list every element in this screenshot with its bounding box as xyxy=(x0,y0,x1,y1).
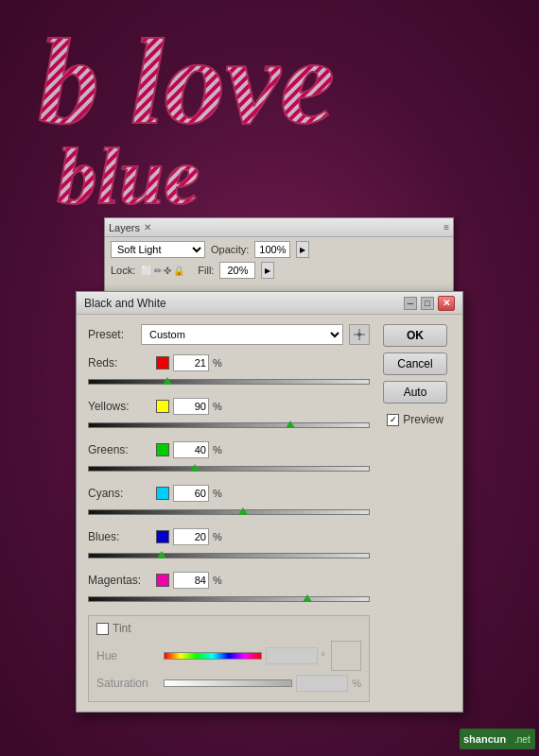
slider-swatch-3 xyxy=(156,487,169,500)
tint-color-swatch[interactable] xyxy=(331,641,361,671)
slider-value-input-5[interactable] xyxy=(173,572,209,589)
preview-checkbox[interactable]: ✓ xyxy=(387,414,399,426)
opacity-label: Opacity: xyxy=(211,244,249,255)
bw-right-panel: OK Cancel Auto ✓ Preview xyxy=(379,324,451,702)
slider-thumb-2 xyxy=(190,464,200,472)
slider-track-container-1 xyxy=(88,417,370,434)
tint-header-row: Tint xyxy=(96,622,361,635)
lock-transparent-icon[interactable]: ⬜ xyxy=(141,266,152,276)
tint-sat-slider[interactable] xyxy=(164,679,292,687)
tint-label: Tint xyxy=(113,622,131,635)
fill-label: Fill: xyxy=(198,265,214,276)
fill-arrow-btn[interactable]: ▶ xyxy=(261,262,274,279)
layers-controls: Soft Light Opacity: ▶ Lock: ⬜ ✏ ✜ 🔒 Fill… xyxy=(105,237,453,286)
slider-swatch-5 xyxy=(156,574,169,587)
slider-track-2[interactable] xyxy=(88,466,370,472)
bw-close-btn[interactable]: ✕ xyxy=(438,296,455,311)
slider-track-container-3 xyxy=(88,504,370,521)
tint-hue-label: Hue xyxy=(96,649,158,662)
lock-all-icon[interactable]: 🔒 xyxy=(173,266,184,276)
cancel-button[interactable]: Cancel xyxy=(383,352,447,375)
tint-hue-row: Hue ° xyxy=(96,641,361,671)
bw-body: Preset: Custom Reds: % xyxy=(77,315,462,712)
layers-panel-title: Layers xyxy=(109,222,140,233)
preset-select[interactable]: Custom xyxy=(141,324,343,345)
svg-text:b love: b love xyxy=(38,19,335,149)
dialog-minimize-btn[interactable]: ─ xyxy=(404,297,417,310)
slider-row-magentas: Magentas: % xyxy=(88,572,370,608)
tint-sat-label: Saturation xyxy=(96,677,158,690)
lock-brush-icon[interactable]: ✏ xyxy=(154,266,162,276)
slider-thumb-3 xyxy=(238,507,248,515)
slider-value-input-2[interactable] xyxy=(173,441,209,458)
slider-label-row: Yellows: % xyxy=(88,398,370,415)
slider-row-greens: Greens: % xyxy=(88,441,370,477)
slider-row-reds: Reds: % xyxy=(88,354,370,390)
tint-hue-slider[interactable] xyxy=(164,652,262,660)
preset-row: Preset: Custom xyxy=(88,324,370,345)
opacity-input[interactable] xyxy=(254,241,290,258)
slider-label-2: Greens: xyxy=(88,443,152,456)
lock-move-icon[interactable]: ✜ xyxy=(164,266,171,276)
slider-track-1[interactable] xyxy=(88,422,370,428)
fill-input[interactable] xyxy=(219,262,255,279)
slider-value-input-4[interactable] xyxy=(173,528,209,545)
svg-text:.net: .net xyxy=(514,734,530,745)
slider-thumb-1 xyxy=(286,421,295,428)
slider-label-3: Cyans: xyxy=(88,487,152,500)
auto-button[interactable]: Auto xyxy=(383,381,447,404)
bw-titlebar: Black and White ─ □ ✕ xyxy=(77,292,462,315)
slider-thumb-5 xyxy=(303,594,312,602)
tint-section: Tint Hue ° Saturation % xyxy=(88,615,370,702)
tint-checkbox[interactable] xyxy=(96,623,109,635)
slider-label-row: Cyans: % xyxy=(88,485,370,502)
slider-track-container-4 xyxy=(88,547,370,564)
slider-label-4: Blues: xyxy=(88,530,152,543)
slider-percent-4: % xyxy=(213,531,222,542)
slider-row-yellows: Yellows: % xyxy=(88,398,370,434)
slider-track-3[interactable] xyxy=(88,509,370,515)
svg-text:shancun: shancun xyxy=(463,733,507,745)
tint-sat-row: Saturation % xyxy=(96,675,361,692)
watermark: shancun .net xyxy=(460,729,535,752)
slider-row-blues: Blues: % xyxy=(88,528,370,564)
lock-label: Lock: xyxy=(111,265,135,276)
svg-text:blue: blue xyxy=(57,131,200,217)
tint-sat-unit: % xyxy=(352,678,361,689)
ok-button[interactable]: OK xyxy=(383,324,447,347)
slider-thumb-0 xyxy=(163,377,172,385)
slider-label-5: Magentas: xyxy=(88,574,152,587)
preview-label: Preview xyxy=(403,413,443,426)
slider-thumb-4 xyxy=(157,551,166,558)
slider-track-4[interactable] xyxy=(88,553,370,558)
slider-percent-1: % xyxy=(213,401,222,412)
opacity-arrow-btn[interactable]: ▶ xyxy=(296,241,309,258)
blend-mode-select[interactable]: Soft Light xyxy=(111,241,205,258)
slider-percent-5: % xyxy=(213,575,222,586)
tint-hue-input[interactable] xyxy=(266,647,318,664)
slider-value-input-0[interactable] xyxy=(173,354,209,371)
slider-track-container-5 xyxy=(88,591,370,608)
tint-sat-input[interactable] xyxy=(296,675,348,692)
slider-percent-0: % xyxy=(213,357,222,369)
candy-bg-art: b love blue xyxy=(19,19,520,217)
slider-value-input-1[interactable] xyxy=(173,398,209,415)
dialog-restore-btn[interactable]: □ xyxy=(421,297,434,310)
slider-track-0[interactable] xyxy=(88,379,370,385)
slider-track-container-0 xyxy=(88,373,370,390)
slider-label-row: Greens: % xyxy=(88,441,370,458)
svg-point-4 xyxy=(357,333,361,336)
preset-settings-icon[interactable] xyxy=(349,324,370,345)
layers-close-icon[interactable]: ✕ xyxy=(144,222,151,232)
bw-dialog-title: Black and White xyxy=(84,297,166,310)
bw-dialog: Black and White ─ □ ✕ Preset: Custom Red… xyxy=(76,291,463,713)
slider-value-input-3[interactable] xyxy=(173,485,209,502)
slider-swatch-4 xyxy=(156,530,169,543)
layers-titlebar: Layers ✕ ≡ xyxy=(105,218,453,237)
slider-swatch-2 xyxy=(156,443,169,456)
slider-label-0: Reds: xyxy=(88,356,152,369)
sliders-container: Reds: % Yellows: % xyxy=(88,354,370,608)
layers-menu-icon[interactable]: ≡ xyxy=(443,222,449,232)
slider-track-5[interactable] xyxy=(88,596,370,602)
slider-label-row: Blues: % xyxy=(88,528,370,545)
